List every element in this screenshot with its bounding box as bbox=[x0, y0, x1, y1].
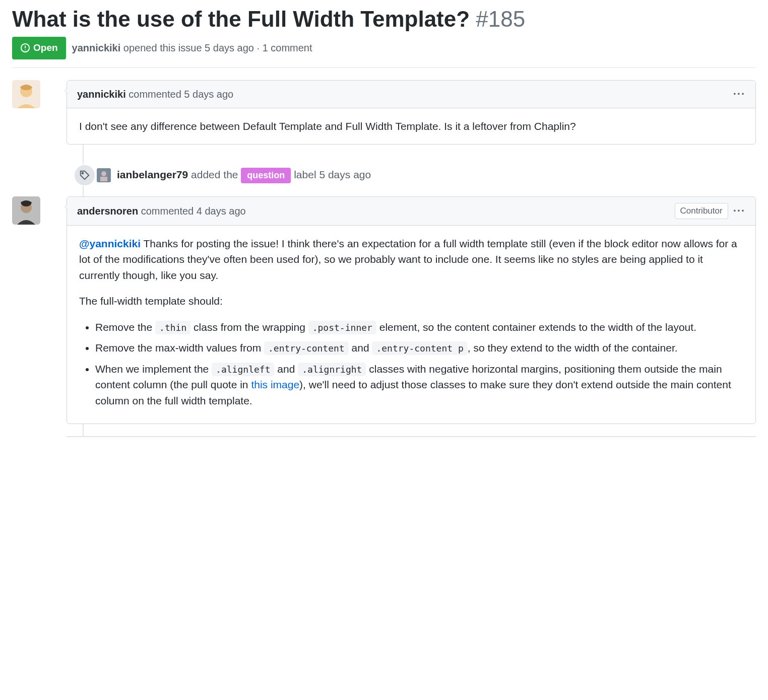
timeline-divider bbox=[67, 436, 756, 437]
role-badge: Contributor bbox=[675, 203, 728, 219]
comment-body: @yannickiki Thanks for posting the issue… bbox=[67, 226, 755, 424]
issue-author-link[interactable]: yannickiki bbox=[72, 42, 121, 53]
svg-rect-8 bbox=[100, 177, 107, 181]
comment-action: commented bbox=[141, 205, 194, 217]
comment-count: 1 comment bbox=[263, 42, 312, 53]
issue-title: What is the use of the Full Width Templa… bbox=[12, 7, 470, 31]
comment-item: andersnoren commented 4 days ago Contrib… bbox=[67, 196, 756, 424]
comment-header: yannickiki commented 5 days ago ··· bbox=[67, 81, 755, 108]
comment-timestamp[interactable]: 4 days ago bbox=[197, 205, 246, 217]
avatar[interactable] bbox=[12, 196, 40, 225]
issue-number: #185 bbox=[476, 7, 525, 31]
discussion-timeline: yannickiki commented 5 days ago ··· I do… bbox=[12, 68, 756, 438]
opened-text: opened this issue bbox=[123, 42, 202, 53]
state-badge: Open bbox=[12, 37, 66, 59]
issue-header: What is the use of the Full Width Templa… bbox=[12, 0, 756, 37]
comment-author-link[interactable]: andersnoren bbox=[77, 205, 138, 217]
avatar[interactable] bbox=[97, 168, 111, 182]
comment-header: andersnoren commented 4 days ago Contrib… bbox=[67, 197, 755, 226]
mention-link[interactable]: @yannickiki bbox=[79, 238, 141, 249]
event-author-link[interactable]: ianbelanger79 bbox=[117, 169, 188, 180]
comment-action: commented bbox=[129, 89, 181, 100]
svg-point-5 bbox=[82, 172, 84, 174]
label-pill[interactable]: question bbox=[241, 168, 291, 183]
comment-timestamp[interactable]: 5 days ago bbox=[184, 89, 233, 100]
list-item: Remove the .thin class from the wrapping… bbox=[95, 319, 743, 335]
list-item: When we implement the .alignleft and .al… bbox=[95, 361, 743, 409]
opened-ago: 5 days ago bbox=[205, 42, 254, 53]
event-timestamp[interactable]: 5 days ago bbox=[319, 169, 371, 180]
state-text: Open bbox=[33, 41, 58, 55]
avatar[interactable] bbox=[12, 80, 40, 108]
comment-body: I don't see any difference between Defau… bbox=[67, 108, 755, 145]
issue-open-icon bbox=[20, 43, 30, 53]
list-item: Remove the max-width values from .entry-… bbox=[95, 340, 743, 356]
svg-point-2 bbox=[25, 49, 26, 50]
kebab-icon[interactable]: ··· bbox=[733, 89, 745, 100]
svg-point-7 bbox=[101, 171, 106, 176]
tag-icon bbox=[74, 164, 96, 186]
comment-author-link[interactable]: yannickiki bbox=[77, 89, 126, 100]
comment-item: yannickiki commented 5 days ago ··· I do… bbox=[67, 80, 756, 145]
inline-link[interactable]: this image bbox=[251, 379, 299, 390]
bullet-list: Remove the .thin class from the wrapping… bbox=[79, 319, 743, 409]
label-event: ianbelanger79 added the question label 5… bbox=[67, 157, 756, 193]
kebab-icon[interactable]: ··· bbox=[733, 205, 745, 217]
issue-meta: Open yannickiki opened this issue 5 days… bbox=[12, 37, 756, 68]
